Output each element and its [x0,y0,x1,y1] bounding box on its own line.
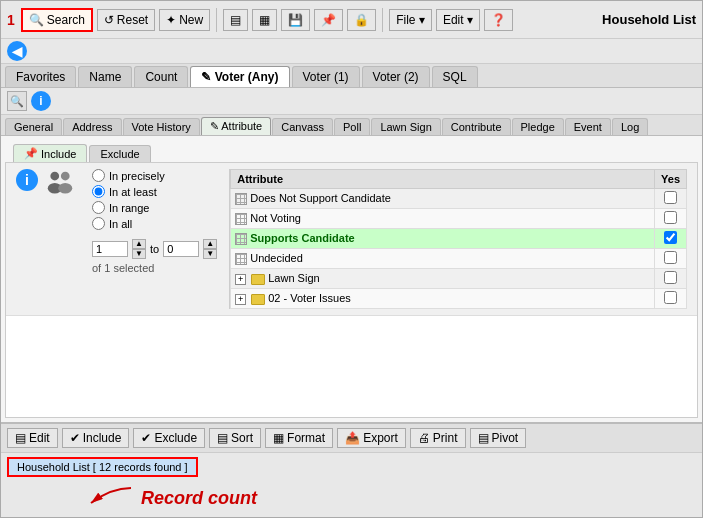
table-row: + 02 - Voter Issues [231,289,687,309]
export-button[interactable]: 📤 Export [337,428,406,448]
from-input[interactable] [92,241,128,257]
checkbox-supports[interactable] [664,231,677,244]
tab-voter-1[interactable]: Voter (1) [292,66,360,87]
exclude-label: Exclude [154,431,197,445]
tab-general[interactable]: General [5,118,62,135]
edit-menu-button[interactable]: Edit ▾ [436,9,480,31]
help-button[interactable]: ❓ [484,9,513,31]
print-button[interactable]: 🖨 Print [410,428,466,448]
filter-icon-btn[interactable]: 🔍 [7,91,27,111]
file-menu-button[interactable]: File ▾ [389,9,432,31]
tab-poll[interactable]: Poll [334,118,370,135]
contribute-label: Contribute [451,121,502,133]
checkbox-does-not-support[interactable] [664,191,677,204]
print-icon: 🖨 [418,431,430,445]
tab-pledge[interactable]: Pledge [512,118,564,135]
back-button[interactable]: ◀ [7,41,27,61]
lawn-sign-label: Lawn Sign [380,121,431,133]
pivot-button[interactable]: ▤ Pivot [470,428,527,448]
row-does-not-support: Does Not Support Candidate [231,189,655,209]
new-label: New [179,13,203,27]
address-label: Address [72,121,112,133]
tab-event[interactable]: Event [565,118,611,135]
pencil-icon: ✎ [201,70,211,84]
view-button-4[interactable]: 📌 [314,9,343,31]
search-label: Search [47,13,85,27]
col-yes: Yes [655,170,687,189]
view-icon-1: ▤ [230,13,241,27]
tab-include[interactable]: 📌 Include [13,144,87,162]
to-input[interactable] [163,241,199,257]
expand-lawn-sign[interactable]: + [235,274,246,285]
lock-button[interactable]: 🔒 [347,9,376,31]
include-button[interactable]: ✔ Include [62,428,130,448]
reset-label: Reset [117,13,148,27]
to-down-btn[interactable]: ▼ [203,249,217,259]
attribute-table: Attribute Yes Does Not Support Candidate [230,169,687,309]
attribute-label: Attribute [221,120,262,132]
tab-contribute[interactable]: Contribute [442,118,511,135]
reset-button[interactable]: ↺ Reset [97,9,155,31]
radio-at-least[interactable]: In at least [92,185,217,198]
info-button[interactable]: i [31,91,51,111]
sort-label: Sort [231,431,253,445]
folder-icon [251,274,265,285]
format-button[interactable]: ▦ Format [265,428,333,448]
general-label: General [14,121,53,133]
include-pin-icon: 📌 [24,147,38,160]
expand-voter-issues[interactable]: + [235,294,246,305]
to-spinner: ▲ ▼ [203,239,217,259]
table-row: + Lawn Sign [231,269,687,289]
tab-exclude[interactable]: Exclude [89,145,150,162]
radio-in-all[interactable]: In all [92,217,217,230]
attribute-inner-panel: i In precisely In at least [5,162,698,418]
tab-name[interactable]: Name [78,66,132,87]
event-label: Event [574,121,602,133]
exclude-icon: ✔ [141,431,151,445]
grid-icon2 [235,213,247,225]
view-button-1[interactable]: ▤ [223,9,248,31]
tab-canvass[interactable]: Canvass [272,118,333,135]
voter-any-label: Voter (Any) [215,70,279,84]
tab-count[interactable]: Count [134,66,188,87]
pencil2-icon: ✎ [210,120,219,132]
canvass-label: Canvass [281,121,324,133]
table-row-highlighted: Supports Candidate [231,229,687,249]
row-lawn-sign: + Lawn Sign [231,269,655,289]
tab-favorites[interactable]: Favorites [5,66,76,87]
row-undecided: Undecided [231,249,655,269]
radio-in-all-label: In all [109,218,132,230]
tab-attribute[interactable]: ✎ Attribute [201,117,271,135]
to-up-btn[interactable]: ▲ [203,239,217,249]
tab-log[interactable]: Log [612,118,648,135]
checkbox-lawn-sign[interactable] [664,271,677,284]
search-button[interactable]: 🔍 Search [21,8,93,32]
tab-voter-any[interactable]: ✎ Voter (Any) [190,66,289,87]
search-icon: 🔍 [29,13,44,27]
new-button[interactable]: ✦ New [159,9,210,31]
edit-button[interactable]: ▤ Edit [7,428,58,448]
checkbox-voter-issues[interactable] [664,291,677,304]
tab-address[interactable]: Address [63,118,121,135]
tab-vote-history[interactable]: Vote History [123,118,200,135]
table-row: Undecided [231,249,687,269]
tab-lawn-sign[interactable]: Lawn Sign [371,118,440,135]
attribute-panel: 📌 Include Exclude i [1,136,702,422]
exclude-button[interactable]: ✔ Exclude [133,428,205,448]
tab-sql[interactable]: SQL [432,66,478,87]
sort-button[interactable]: ▤ Sort [209,428,261,448]
from-down-btn[interactable]: ▼ [132,249,146,259]
from-up-btn[interactable]: ▲ [132,239,146,249]
counter-row: ▲ ▼ to ▲ ▼ [92,239,217,259]
tab-voter-2[interactable]: Voter (2) [362,66,430,87]
to-label: to [150,243,159,255]
view-button-3[interactable]: 💾 [281,9,310,31]
pivot-label: Pivot [492,431,519,445]
radio-precisely[interactable]: In precisely [92,169,217,182]
view-button-2[interactable]: ▦ [252,9,277,31]
checkbox-undecided[interactable] [664,251,677,264]
grid-icon4 [235,253,247,265]
col-attribute: Attribute [231,170,655,189]
checkbox-not-voting[interactable] [664,211,677,224]
radio-in-range[interactable]: In range [92,201,217,214]
